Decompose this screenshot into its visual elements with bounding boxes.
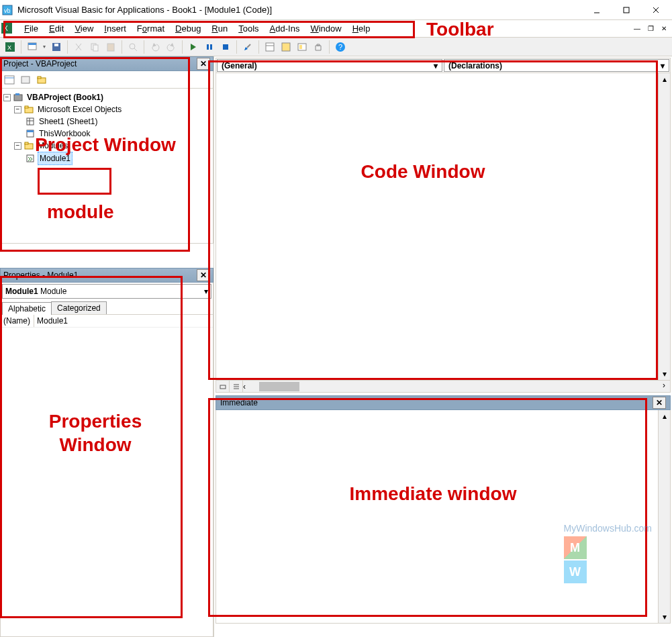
view-excel-button[interactable]: X bbox=[3, 40, 17, 54]
properties-object-selector[interactable]: Module1 Module ▾ bbox=[2, 284, 211, 299]
menu-run[interactable]: Run bbox=[206, 22, 233, 35]
view-object-button[interactable] bbox=[18, 72, 33, 87]
svg-rect-25 bbox=[282, 43, 290, 51]
menu-insert[interactable]: Insert bbox=[99, 22, 132, 35]
undo-button[interactable] bbox=[148, 40, 162, 54]
svg-rect-30 bbox=[5, 76, 14, 84]
close-button[interactable] bbox=[641, 1, 671, 19]
immediate-input[interactable] bbox=[216, 410, 658, 623]
immediate-vertical-scrollbar[interactable]: ▴ ▾ bbox=[658, 410, 670, 623]
minimize-button[interactable] bbox=[582, 1, 612, 19]
code-procedure-selector[interactable]: (Declarations)▾ bbox=[444, 59, 669, 72]
expand-icon[interactable]: − bbox=[14, 142, 21, 150]
menu-view[interactable]: View bbox=[69, 22, 99, 35]
immediate-close-button[interactable]: ✕ bbox=[653, 397, 666, 409]
mdi-minimize-button[interactable]: — bbox=[632, 23, 642, 34]
folder-icon bbox=[23, 140, 34, 151]
properties-panel-close[interactable]: ✕ bbox=[197, 269, 210, 281]
svg-rect-23 bbox=[266, 43, 274, 51]
scroll-up-icon[interactable]: ▴ bbox=[659, 73, 670, 85]
svg-rect-34 bbox=[38, 77, 41, 79]
chevron-down-icon: ▾ bbox=[204, 287, 208, 296]
sheet-icon bbox=[25, 116, 36, 127]
mdi-restore-button[interactable]: ❐ bbox=[645, 23, 656, 34]
immediate-title: Immediate bbox=[220, 398, 653, 407]
tree-excel-objects[interactable]: Microsoft Excel Objects bbox=[36, 103, 123, 115]
module-icon bbox=[25, 153, 36, 164]
code-object-selector[interactable]: (General)▾ bbox=[217, 59, 442, 72]
svg-point-17 bbox=[130, 44, 135, 49]
save-button[interactable] bbox=[49, 40, 64, 54]
scroll-down-icon[interactable]: ▾ bbox=[659, 611, 670, 623]
menu-addins[interactable]: Add-Ins bbox=[265, 22, 305, 35]
code-vertical-scrollbar[interactable]: ▴ ▾ bbox=[658, 73, 670, 380]
project-icon bbox=[13, 92, 23, 103]
break-button[interactable] bbox=[202, 40, 217, 54]
svg-rect-38 bbox=[25, 106, 28, 108]
tree-module1[interactable]: Module1 bbox=[38, 152, 73, 165]
insert-userform-button[interactable] bbox=[25, 40, 40, 54]
object-browser-button[interactable] bbox=[295, 40, 309, 54]
project-explorer-button[interactable] bbox=[262, 40, 277, 54]
find-button[interactable] bbox=[126, 40, 140, 54]
code-window: (General)▾ (Declarations)▾ ▴ ▾ ‹ › bbox=[215, 58, 671, 393]
project-tree[interactable]: −VBAProject (Book1) −Microsoft Excel Obj… bbox=[1, 89, 213, 243]
help-button[interactable]: ? bbox=[333, 40, 348, 54]
scroll-down-icon[interactable]: ▾ bbox=[659, 368, 670, 380]
property-value[interactable]: Module1 bbox=[34, 315, 213, 327]
menu-window[interactable]: Window bbox=[305, 22, 346, 35]
expand-icon[interactable]: − bbox=[3, 94, 11, 101]
code-editor[interactable] bbox=[216, 73, 658, 380]
menu-tools[interactable]: Tools bbox=[233, 22, 264, 35]
standard-toolbar: X ▾ ? bbox=[0, 38, 672, 56]
toggle-folders-button[interactable] bbox=[34, 72, 49, 87]
svg-rect-20 bbox=[210, 44, 212, 50]
tree-sheet1[interactable]: Sheet1 (Sheet1) bbox=[38, 115, 99, 128]
expand-icon[interactable]: − bbox=[14, 106, 21, 113]
toolbox-button[interactable] bbox=[311, 40, 326, 54]
tree-modules[interactable]: Modules bbox=[36, 140, 69, 152]
full-module-view-button[interactable] bbox=[230, 381, 243, 393]
project-panel-title: Project - VBAProject ✕ bbox=[0, 56, 213, 71]
tree-root[interactable]: VBAProject (Book1) bbox=[26, 91, 105, 103]
menu-edit[interactable]: Edit bbox=[44, 22, 69, 35]
maximize-button[interactable] bbox=[612, 1, 641, 19]
tab-categorized[interactable]: Categorized bbox=[51, 301, 107, 314]
svg-rect-19 bbox=[207, 44, 209, 50]
properties-grid[interactable]: (Name) Module1 bbox=[1, 315, 213, 636]
code-horizontal-scrollbar[interactable]: ‹ bbox=[243, 381, 658, 392]
reset-button[interactable] bbox=[218, 40, 233, 54]
menu-format[interactable]: Format bbox=[132, 22, 170, 35]
properties-panel-title: Properties - Module1 ✕ bbox=[0, 268, 213, 283]
svg-rect-16 bbox=[107, 44, 114, 51]
copy-button[interactable] bbox=[87, 40, 102, 54]
procedure-view-button[interactable] bbox=[216, 381, 230, 393]
svg-rect-3 bbox=[624, 7, 629, 13]
tree-thisworkbook[interactable]: ThisWorkbook bbox=[38, 128, 91, 140]
cut-button[interactable] bbox=[71, 40, 86, 54]
properties-window-button[interactable] bbox=[279, 40, 293, 54]
menu-help[interactable]: Help bbox=[347, 22, 376, 35]
paste-button[interactable] bbox=[103, 40, 118, 54]
chevron-down-icon: ▾ bbox=[434, 61, 438, 70]
chevron-down-icon: ▾ bbox=[661, 61, 665, 70]
svg-rect-45 bbox=[25, 142, 28, 144]
svg-line-22 bbox=[247, 44, 250, 48]
svg-rect-39 bbox=[27, 118, 34, 125]
folder-icon bbox=[23, 104, 34, 115]
property-row[interactable]: (Name) Module1 bbox=[1, 315, 213, 328]
redo-button[interactable] bbox=[164, 40, 179, 54]
menu-debug[interactable]: Debug bbox=[170, 22, 206, 35]
svg-rect-21 bbox=[223, 44, 228, 50]
project-panel-close[interactable]: ✕ bbox=[197, 58, 210, 70]
menu-file[interactable]: File bbox=[19, 22, 44, 35]
property-name: (Name) bbox=[1, 315, 34, 327]
mdi-close-button[interactable]: ✕ bbox=[659, 23, 669, 34]
view-code-button[interactable] bbox=[2, 72, 17, 87]
run-button[interactable] bbox=[186, 40, 201, 54]
svg-rect-13 bbox=[54, 44, 58, 46]
scroll-up-icon[interactable]: ▴ bbox=[659, 410, 670, 422]
insert-dropdown[interactable]: ▾ bbox=[41, 44, 48, 50]
tab-alphabetic[interactable]: Alphabetic bbox=[2, 302, 52, 315]
design-mode-button[interactable] bbox=[240, 40, 255, 54]
